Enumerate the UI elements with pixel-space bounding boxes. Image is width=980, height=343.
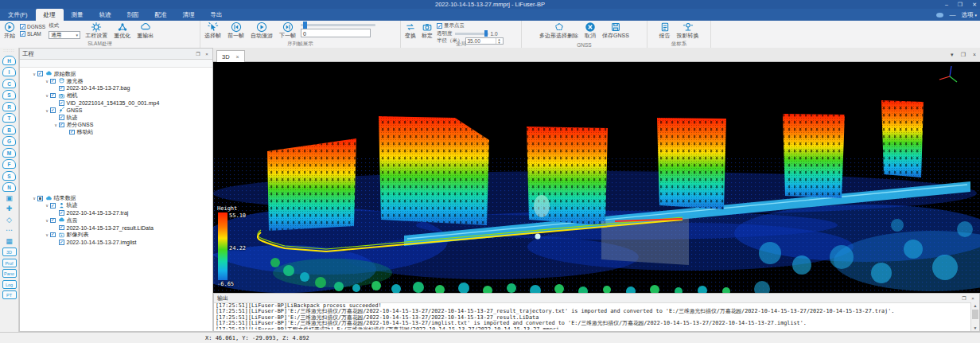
cloud-tool-icon[interactable]: M (2, 148, 16, 158)
viewport-tab-3d[interactable]: 3D× (216, 50, 245, 63)
output-scrollbar[interactable]: ▲ ▼ (970, 302, 979, 331)
checkbox-icon[interactable] (69, 130, 75, 135)
cloud-tool-icon[interactable]: C (2, 79, 16, 88)
checkbox-icon[interactable] (59, 240, 64, 245)
expand-arrow-icon[interactable]: ∨ (44, 79, 50, 84)
cloud-tool-icon[interactable]: N (2, 182, 16, 192)
reexport-button[interactable]: 重输出 (135, 21, 155, 39)
close-panel-icon[interactable]: × (970, 295, 976, 302)
selected-frame-ball[interactable] (535, 234, 541, 240)
cloud-tool-icon[interactable]: I (2, 67, 16, 76)
close-button[interactable]: ✕ (972, 0, 977, 9)
frame-number-input[interactable]: 0 (301, 29, 371, 37)
cloud-tool-icon[interactable]: S (2, 171, 16, 181)
tab-clean[interactable]: 清理 (175, 9, 203, 21)
projection-convert-button[interactable]: 投影转换 (675, 21, 701, 39)
tab-file[interactable]: 文件(F) (0, 9, 36, 21)
opacity-slider[interactable] (455, 33, 488, 35)
image-view-icon[interactable]: ▦ (6, 237, 13, 246)
scrollbar-thumb[interactable] (972, 310, 978, 319)
tree-item-mobile-station[interactable]: 移动站 (20, 129, 212, 136)
select-frame-button[interactable]: 选择帧 (203, 21, 223, 39)
checkbox-icon[interactable] (50, 203, 56, 209)
collapse-ribbon-icon[interactable]: — (949, 11, 955, 18)
start-button[interactable]: 开始 (2, 21, 17, 39)
close-tab-icon[interactable]: × (236, 54, 239, 60)
tree-item-result-trajectory[interactable]: ∨轨迹 (20, 202, 212, 209)
checkbox-icon[interactable] (50, 107, 56, 113)
cloud-tool-icon[interactable]: S (2, 90, 16, 99)
scroll-up-icon[interactable]: ▲ (971, 302, 979, 309)
expand-arrow-icon[interactable]: ∨ (31, 72, 37, 76)
theme-icon[interactable] (936, 13, 943, 18)
show-pointcloud-checkbox[interactable]: 显示点云 (437, 22, 504, 29)
float-panel-icon[interactable]: ❐ (195, 51, 201, 57)
tree-item-bag-file[interactable]: 2022-10-14-15-13-27.bag (20, 84, 212, 92)
tab-list-dropdown-icon[interactable]: ▾ (951, 52, 954, 58)
pano-view-button[interactable]: Pano (2, 269, 17, 278)
maximize-button[interactable]: ❐ (958, 0, 962, 9)
tree-item-pointcloud[interactable]: ∨点云 (20, 216, 212, 224)
pt-view-button[interactable]: PT (2, 290, 17, 299)
cube-view-icon[interactable]: ▣ (6, 194, 13, 203)
checkbox-icon[interactable] (50, 79, 56, 84)
tree-item-camera[interactable]: ∨相机 (20, 92, 212, 99)
save-gnss-button[interactable]: 保存GNSS (601, 21, 631, 39)
slider-handle[interactable] (484, 30, 488, 37)
3d-canvas[interactable]: Height 55.10 24.22 -6.65 (213, 62, 980, 293)
checkbox-icon[interactable] (59, 225, 64, 231)
expand-arrow-icon[interactable]: ∨ (44, 203, 50, 208)
tree-item-result-data[interactable]: ∨结果数据 (20, 195, 212, 202)
checkbox-icon[interactable] (59, 115, 64, 120)
checkbox-icon[interactable] (59, 123, 64, 128)
mode-select[interactable]: 通用▾ (49, 31, 80, 39)
polygon-delete-button[interactable]: 多边形选择删除 (538, 21, 580, 39)
float-view-icon[interactable]: ❐ (961, 52, 966, 58)
tab-measure[interactable]: 测量 (64, 9, 91, 21)
float-panel-icon[interactable]: ❐ (961, 295, 967, 302)
expand-view-icon[interactable]: ✚ (6, 205, 13, 213)
auto-roam-button[interactable]: 自动漫游 (249, 21, 274, 39)
tab-trajectory[interactable]: 轨迹 (91, 9, 119, 21)
checkbox-icon[interactable] (59, 86, 64, 92)
tree-item-mp4-file[interactable]: VID_20221014_154135_00_001.mp4 (20, 99, 212, 107)
cloud-tool-icon[interactable]: R (2, 102, 16, 111)
log-view-button[interactable]: Log (2, 280, 17, 289)
expand-arrow-icon[interactable]: ∨ (44, 218, 50, 223)
tree-item-gnss[interactable]: ∨GNSS (20, 107, 212, 114)
checkbox-icon[interactable] (50, 218, 56, 224)
more-dots-icon[interactable]: ⋯ (6, 226, 13, 235)
tree-item-traj-file[interactable]: 2022-10-14-15-13-27.traj (20, 209, 212, 216)
tab-export[interactable]: 导出 (203, 9, 231, 21)
3d-view-button[interactable]: 3D (2, 248, 17, 256)
tree-item-trajectory[interactable]: 轨迹 (20, 114, 212, 121)
tab-profile[interactable]: 剖面 (119, 9, 147, 21)
transform-button[interactable]: 变换 (403, 21, 418, 39)
checkbox-icon[interactable] (59, 100, 64, 106)
project-settings-button[interactable]: 工程设置 (84, 21, 109, 39)
checkbox-icon[interactable] (59, 210, 64, 216)
minimize-button[interactable]: – (945, 0, 948, 9)
tree-item-raw-data[interactable]: ∨原始数据 (20, 70, 212, 77)
report-button[interactable]: 报告 (658, 21, 672, 39)
next-frame-button[interactable]: 下一帧 (278, 21, 298, 39)
cloud-tool-icon[interactable]: B (2, 125, 16, 134)
cloud-tool-icon[interactable]: F (2, 159, 16, 169)
frame-slider[interactable] (301, 24, 375, 26)
checkbox-icon[interactable] (50, 93, 56, 99)
scroll-down-icon[interactable]: ▼ (971, 325, 979, 331)
tree-item-laser[interactable]: ∨激光器 (20, 77, 212, 84)
options-menu[interactable]: 选项 ▾ (961, 11, 977, 19)
globe-tool-icon[interactable]: G (2, 136, 16, 146)
tree-item-image-list[interactable]: ∨影像列表 (20, 232, 212, 239)
dgnss-checkbox[interactable]: DGNSS (20, 24, 45, 29)
prism-view-icon[interactable]: ◇ (6, 216, 12, 224)
expand-arrow-icon[interactable]: ∨ (44, 93, 50, 98)
close-view-icon[interactable]: × (973, 52, 976, 58)
calibrate-button[interactable]: 标定 (420, 21, 434, 39)
slider-handle[interactable] (303, 21, 307, 29)
tree-item-lidata-file[interactable]: 2022-10-14-15-13-27_result.LiData (20, 224, 212, 231)
checkbox-icon[interactable] (50, 232, 56, 238)
expand-arrow-icon[interactable]: ∨ (44, 108, 50, 113)
cloud-tool-icon[interactable]: T (2, 113, 16, 123)
